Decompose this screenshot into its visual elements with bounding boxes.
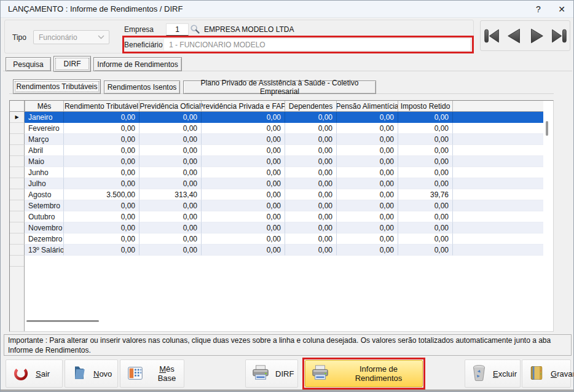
cell-value[interactable]: 0,00 bbox=[139, 211, 201, 222]
cell-mes[interactable]: Maio bbox=[25, 156, 63, 167]
cell-value[interactable]: 0,00 bbox=[63, 211, 139, 222]
horizontal-scrollbar[interactable] bbox=[26, 320, 99, 322]
tab-pesquisa[interactable]: Pesquisa bbox=[6, 57, 51, 71]
cell-value[interactable]: 0,00 bbox=[336, 189, 398, 200]
cell-mes[interactable]: 13º Salário bbox=[25, 245, 63, 256]
row-selector[interactable] bbox=[10, 189, 25, 200]
cell-mes[interactable]: Setembro bbox=[25, 200, 63, 211]
cell-value[interactable]: 0,00 bbox=[336, 123, 398, 134]
previous-record-button[interactable] bbox=[505, 25, 524, 47]
cell-value[interactable]: 0,00 bbox=[63, 156, 139, 167]
cell-value[interactable]: 0,00 bbox=[285, 222, 336, 233]
column-header[interactable]: Previdência Oficial bbox=[139, 101, 201, 111]
cell-value[interactable]: 0,00 bbox=[398, 211, 452, 222]
cell-value[interactable]: 0,00 bbox=[139, 156, 201, 167]
grid-row[interactable]: Fevereiro0,000,000,000,000,000,00 bbox=[10, 123, 543, 134]
cell-value[interactable]: 0,00 bbox=[201, 112, 285, 123]
cell-value[interactable]: 0,00 bbox=[201, 222, 285, 233]
cell-value[interactable]: 0,00 bbox=[201, 189, 285, 200]
cell-value[interactable]: 0,00 bbox=[285, 112, 336, 123]
cell-value[interactable]: 0,00 bbox=[201, 167, 285, 178]
close-button[interactable]: ✕ bbox=[550, 1, 573, 18]
mes-base-button[interactable]: Mês Base bbox=[120, 359, 184, 388]
cell-value[interactable]: 0,00 bbox=[201, 123, 285, 134]
cell-value[interactable]: 0,00 bbox=[336, 145, 398, 156]
first-record-button[interactable] bbox=[482, 25, 501, 47]
grid-row[interactable]: 13º Salário0,000,000,000,000,000,00 bbox=[10, 245, 543, 256]
help-button[interactable]: ? bbox=[527, 1, 550, 18]
cell-value[interactable]: 0,00 bbox=[398, 245, 452, 256]
cell-value[interactable]: 0,00 bbox=[336, 211, 398, 222]
subtab-plano-privado[interactable]: Plano Privado de Assistência à Saúde - C… bbox=[183, 80, 376, 94]
cell-mes[interactable]: Outubro bbox=[25, 211, 63, 222]
cell-value[interactable]: 0,00 bbox=[285, 134, 336, 145]
cell-mes[interactable]: Junho bbox=[25, 167, 63, 178]
grid-row[interactable]: Julho0,000,000,000,000,000,00 bbox=[10, 178, 543, 189]
cell-value[interactable]: 0,00 bbox=[139, 222, 201, 233]
cell-value[interactable]: 0,00 bbox=[285, 245, 336, 256]
cell-value[interactable]: 0,00 bbox=[398, 167, 452, 178]
cell-value[interactable]: 0,00 bbox=[201, 178, 285, 189]
cell-value[interactable]: 0,00 bbox=[285, 211, 336, 222]
search-icon[interactable] bbox=[190, 24, 200, 37]
cell-value[interactable]: 0,00 bbox=[398, 134, 452, 145]
cell-value[interactable]: 0,00 bbox=[285, 145, 336, 156]
row-selector[interactable] bbox=[10, 123, 25, 134]
cell-value[interactable]: 0,00 bbox=[336, 222, 398, 233]
cell-mes[interactable]: Agosto bbox=[25, 189, 63, 200]
column-header[interactable]: Rendimento Tributável bbox=[63, 101, 139, 111]
row-selector[interactable] bbox=[10, 134, 25, 145]
cell-value[interactable]: 0,00 bbox=[285, 189, 336, 200]
cell-value[interactable]: 0,00 bbox=[201, 245, 285, 256]
grid-row[interactable]: Abril0,000,000,000,000,000,00 bbox=[10, 145, 543, 156]
cell-value[interactable]: 0,00 bbox=[63, 112, 139, 123]
column-header[interactable]: Previdência Privada e FAPI bbox=[201, 101, 285, 111]
cell-value[interactable]: 0,00 bbox=[201, 233, 285, 245]
row-selector[interactable] bbox=[10, 145, 25, 156]
novo-button[interactable]: Novo bbox=[65, 359, 118, 388]
cell-value[interactable]: 0,00 bbox=[63, 222, 139, 233]
cell-value[interactable]: 0,00 bbox=[139, 112, 201, 123]
cell-value[interactable]: 0,00 bbox=[201, 145, 285, 156]
column-header[interactable]: Mês bbox=[25, 101, 63, 111]
cell-value[interactable]: 0,00 bbox=[63, 134, 139, 145]
empresa-code-field[interactable]: 1 bbox=[166, 23, 189, 36]
cell-value[interactable]: 0,00 bbox=[285, 167, 336, 178]
cell-value[interactable]: 0,00 bbox=[63, 245, 139, 256]
cell-value[interactable]: 0,00 bbox=[285, 178, 336, 189]
tipo-dropdown[interactable]: Funcionário bbox=[33, 30, 109, 44]
dirf-print-button[interactable]: DIRF bbox=[245, 359, 298, 388]
cell-mes[interactable]: Abril bbox=[25, 145, 63, 156]
row-selector[interactable]: ▶ bbox=[10, 112, 25, 123]
cell-value[interactable]: 0,00 bbox=[139, 167, 201, 178]
grid-row[interactable]: Junho0,000,000,000,000,000,00 bbox=[10, 167, 543, 178]
cell-value[interactable]: 0,00 bbox=[398, 123, 452, 134]
cell-value[interactable]: 0,00 bbox=[336, 156, 398, 167]
cell-mes[interactable]: Novembro bbox=[25, 222, 63, 233]
row-selector[interactable] bbox=[10, 233, 25, 245]
cell-value[interactable]: 0,00 bbox=[63, 178, 139, 189]
cell-value[interactable]: 0,00 bbox=[63, 167, 139, 178]
cell-value[interactable]: 0,00 bbox=[139, 200, 201, 211]
cell-value[interactable]: 3.500,00 bbox=[63, 189, 139, 200]
cell-value[interactable]: 0,00 bbox=[336, 112, 398, 123]
cell-value[interactable]: 313,40 bbox=[139, 189, 201, 200]
cell-value[interactable]: 0,00 bbox=[139, 178, 201, 189]
column-header[interactable]: Imposto Retido bbox=[398, 101, 452, 111]
cell-value[interactable]: 0,00 bbox=[139, 134, 201, 145]
grid-row[interactable]: ▶Janeiro0,000,000,000,000,000,00 bbox=[10, 112, 543, 123]
subtab-rendimentos-isentos[interactable]: Rendimentos Isentos bbox=[104, 80, 180, 94]
cell-mes[interactable]: Dezembro bbox=[25, 233, 63, 245]
cell-value[interactable]: 0,00 bbox=[201, 211, 285, 222]
subtab-rendimentos-tributaveis[interactable]: Rendimentos Tributáveis bbox=[13, 79, 101, 94]
cell-value[interactable]: 0,00 bbox=[201, 156, 285, 167]
cell-value[interactable]: 0,00 bbox=[139, 123, 201, 134]
cell-value[interactable]: 0,00 bbox=[139, 233, 201, 245]
grid-row[interactable]: Agosto3.500,00313,400,000,000,0039,76 bbox=[10, 189, 543, 200]
row-selector[interactable] bbox=[10, 167, 25, 178]
grid-row[interactable]: Outubro0,000,000,000,000,000,00 bbox=[10, 211, 543, 222]
grid-row[interactable]: Novembro0,000,000,000,000,000,00 bbox=[10, 222, 543, 233]
next-record-button[interactable] bbox=[527, 25, 546, 47]
cell-value[interactable]: 0,00 bbox=[285, 233, 336, 245]
cell-value[interactable]: 0,00 bbox=[336, 233, 398, 245]
